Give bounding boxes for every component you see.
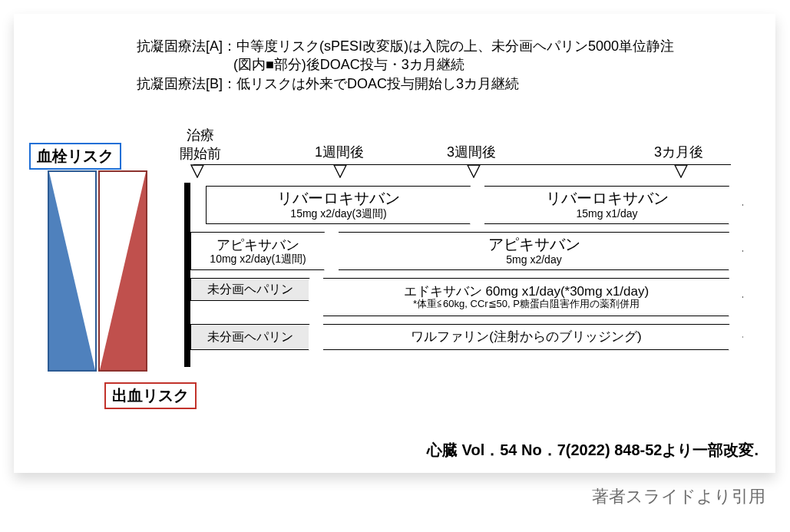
timeline-3month-label: 3カ月後: [654, 143, 703, 161]
heparin-label-1: 未分画ヘパリン: [207, 283, 293, 296]
outer-caption: 著者スライドより引用: [592, 485, 765, 508]
apixaban-phase2: アピキサバン 5mg x2/day: [339, 232, 729, 270]
thrombus-risk-triangle: [49, 172, 95, 370]
rivaroxaban-phase2: リバーロキサバン 15mg x1/day: [484, 186, 729, 224]
heparin-lead-warfarin: 未分画ヘパリン: [190, 324, 309, 350]
rivaroxaban-phase1-name: リバーロキサバン: [277, 190, 400, 207]
therapy-description: 抗凝固療法[A]：中等度リスク(sPESI改変版)は入院の上、未分画ヘパリン50…: [137, 37, 760, 93]
citation: 心臓 Vol．54 No．7(2022) 848-52より一部改変.: [14, 440, 759, 461]
heparin-lead-edoxaban: 未分画ヘパリン: [190, 278, 309, 301]
row-apixaban: アピキサバン 10mg x2/day(1週間) アピキサバン 5mg x2/da…: [190, 232, 743, 270]
drug-rows: リバーロキサバン 15mg x2/day(3週間) リバーロキサバン 15mg …: [190, 186, 743, 358]
svg-marker-0: [191, 165, 203, 177]
svg-marker-2: [468, 165, 480, 177]
rivaroxaban-phase2-name: リバーロキサバン: [546, 190, 669, 207]
svg-marker-1: [334, 165, 346, 177]
bleeding-risk-triangle: [100, 172, 146, 370]
row-warfarin: 未分画ヘパリン ワルファリン(注射からのブリッジング): [190, 324, 743, 350]
timeline-1week-label: 1週間後: [315, 143, 364, 161]
rivaroxaban-phase1: リバーロキサバン 15mg x2/day(3週間): [206, 186, 471, 224]
timeline-tick-3week: [467, 164, 481, 178]
rivaroxaban-phase1-dose: 15mg x2/day(3週間): [290, 207, 386, 220]
timeline-start-label: 治療 開始前: [180, 126, 221, 163]
apixaban-phase2-dose: 5mg x2/day: [506, 253, 561, 266]
baseline-bar: [184, 183, 190, 367]
timeline-tick-3month: [674, 164, 688, 178]
timeline-tick-start: [190, 164, 204, 178]
bleeding-risk-label: 出血リスク: [104, 382, 197, 409]
edoxaban-note: *体重≦60kg, CCr≦50, P糖蛋白阻害作用の薬剤併用: [413, 299, 640, 310]
warfarin-name: ワルファリン(注射からのブリッジング): [411, 329, 641, 345]
timeline: 治療 開始前 1週間後 3週間後 3カ月後: [186, 126, 742, 183]
edoxaban-phase: エドキサバン 60mg x1/day(*30mg x1/day) *体重≦60k…: [323, 278, 729, 316]
apixaban-phase2-name: アピキサバン: [488, 236, 580, 253]
edoxaban-name: エドキサバン 60mg x1/day(*30mg x1/day): [404, 284, 649, 299]
svg-marker-3: [675, 165, 687, 177]
apixaban-phase1-dose: 10mg x2/day(1週間): [210, 253, 306, 265]
row-rivaroxaban: リバーロキサバン 15mg x2/day(3週間) リバーロキサバン 15mg …: [206, 186, 743, 224]
apixaban-phase1: アピキサバン 10mg x2/day(1週間): [190, 232, 325, 270]
apixaban-phase1-name: アピキサバン: [217, 237, 299, 253]
heparin-label-2: 未分画ヘパリン: [207, 330, 293, 344]
row-edoxaban: 未分画ヘパリン エドキサバン 60mg x1/day(*30mg x1/day)…: [190, 278, 743, 316]
timeline-3week-label: 3週間後: [447, 143, 496, 161]
timeline-tick-1week: [333, 164, 347, 178]
rivaroxaban-phase2-dose: 15mg x1/day: [576, 207, 637, 220]
warfarin-phase: ワルファリン(注射からのブリッジング): [323, 324, 729, 350]
thrombus-risk-label: 血栓リスク: [29, 143, 121, 170]
